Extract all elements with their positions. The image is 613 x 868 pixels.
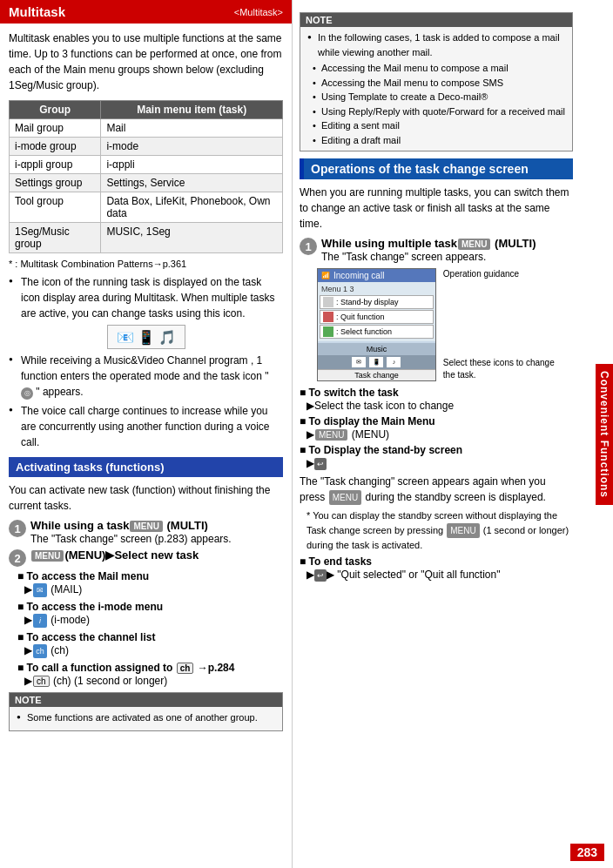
col-group-header: Group	[10, 101, 101, 119]
activating-intro: You can activate new task (function) wit…	[9, 482, 283, 514]
page-wrapper: Multitask <Multitask> Multitask enables …	[0, 0, 613, 868]
right-mini-step-standby-action: ▶↩	[300, 457, 573, 470]
mini-step-imode-title: ■ To access the i-mode menu	[17, 601, 283, 613]
step-number-2: 2	[9, 549, 26, 567]
note-main-bullet: In the following cases, 1 task is added …	[307, 30, 565, 59]
music-bar: Music	[318, 343, 435, 355]
section-title: Multitask	[9, 4, 65, 19]
col-item-header: Main menu item (task)	[101, 101, 283, 119]
bullet-item-3: The voice call charge continues to incre…	[9, 403, 283, 450]
right-mini-step-end-title: ■ To end tasks	[300, 555, 573, 568]
right-mini-step-main-action: ▶MENU (MENU)	[300, 428, 573, 441]
note-sub-items: Accessing the Mail menu to compose a mai…	[307, 61, 565, 147]
icon-3: 🎵	[158, 329, 176, 346]
right-mini-step-main: ■ To display the Main Menu ▶MENU (MENU)	[300, 415, 573, 441]
taskbar-icon-3: ♪	[387, 357, 401, 367]
note-sub-item: Accessing the Mail menu to compose a mai…	[307, 61, 565, 76]
right-content-area: NOTE In the following cases, 1 task is a…	[293, 0, 580, 592]
activating-title: Activating tasks (functions)	[16, 461, 164, 474]
right-step-1-content: While using multiple taskMENU (MULTI) Th…	[321, 237, 573, 263]
table-row: i-mode group	[10, 138, 101, 156]
step-2-title: MENU(MENU)▶Select new task	[30, 548, 283, 562]
right-mini-step-standby: ■ To Display the stand-by screen ▶↩	[300, 444, 573, 470]
icon-1: 📧	[117, 329, 134, 346]
step-1-subtitle: The "Task change" screen (p.283) appears…	[30, 533, 283, 545]
ch-key-badge-2: ch	[33, 676, 50, 687]
mini-step-channel-title: ■ To access the channel list	[17, 631, 283, 643]
step-1-title: While using a taskMENU (MULTI)	[30, 519, 283, 532]
standby-icon: ↩	[314, 458, 327, 470]
imode-icon: i	[33, 614, 47, 628]
table-row: Settings, Service	[101, 174, 283, 192]
operations-section-header: Operations of the task change screen	[300, 158, 573, 179]
right-mini-step-end-action: ▶↩▶ "Quit selected" or "Quit all functio…	[300, 569, 573, 582]
menu-icon-quit	[323, 312, 333, 322]
table-row: 1Seg/Music group	[10, 223, 101, 253]
mini-step-imode: ■ To access the i-mode menu ▶i (i-mode)	[17, 601, 283, 628]
mini-steps: ■ To access the Mail menu ▶✉ (MAIL) ■ To…	[17, 570, 283, 687]
page-number: 283	[570, 844, 604, 861]
asterisk-note: * You can display the standby screen wit…	[300, 508, 573, 552]
phone-bar: 📶 Incoming call	[318, 269, 435, 282]
right-mini-step-main-title: ■ To display the Main Menu	[300, 415, 573, 427]
note-sub-item: Editing a draft mail	[307, 133, 565, 148]
table-row: Mail group	[10, 119, 101, 138]
guidance-labels: Operation guidance Select these icons to…	[443, 268, 561, 381]
table-row: Settings group	[10, 174, 101, 192]
end-icon-1: ↩	[314, 569, 327, 582]
right-step-1: 1 While using multiple taskMENU (MULTI) …	[300, 237, 573, 263]
step-2-content: MENU(MENU)▶Select new task	[30, 548, 283, 562]
note-box-right: NOTE In the following cases, 1 task is a…	[300, 12, 573, 151]
activating-subsection-header: Activating tasks (functions)	[9, 457, 283, 477]
operation-guidance-label: Operation guidance	[443, 268, 561, 280]
table-row: Tool group	[10, 192, 101, 223]
icon-2: 📱	[138, 329, 155, 346]
note-content-left: Some functions are activated as one of a…	[10, 707, 282, 730]
table-row: i-mode	[101, 138, 283, 156]
mini-step-function: ■ To call a function assigned to ch →p.2…	[17, 662, 283, 687]
phone-menu-item-1: : Stand-by display	[320, 295, 434, 309]
task-icon-circle: ◎	[21, 387, 33, 400]
left-content-area: Multitask enables you to use multiple fu…	[0, 24, 292, 744]
phone-menu-line: Menu 1 3	[320, 284, 434, 294]
table-row: Data Box, LifeKit, Phonebook, Own data	[101, 192, 283, 223]
mail-icon: ✉	[33, 583, 47, 597]
phone-menu-item-3: : Select function	[320, 325, 434, 339]
task-icons: 📧 📱 🎵	[107, 325, 185, 349]
step-1: 1 While using a taskMENU (MULTI) The "Ta…	[9, 519, 283, 545]
menu-icon-select	[323, 326, 333, 337]
note-box-left: NOTE Some functions are activated as one…	[9, 692, 283, 731]
menu-key-1: MENU	[130, 521, 162, 532]
left-column: Multitask <Multitask> Multitask enables …	[0, 0, 293, 868]
taskbar-icon-2: 📱	[369, 357, 383, 367]
footnote: * : Multitask Combination Patterns→p.361	[9, 259, 283, 269]
menu-key-2: MENU	[31, 550, 64, 562]
right-menu-key: MENU	[458, 239, 490, 250]
right-mini-step-switch-action: ▶Select the task icon to change	[300, 400, 573, 412]
phone-menu: Menu 1 3 : Stand-by display : Quit funct…	[318, 282, 435, 341]
table-row: Mail	[101, 119, 283, 138]
note-header-left: NOTE	[10, 693, 282, 707]
bullets-section: The icon of the running task is displaye…	[9, 274, 283, 450]
menu-badge-asterisk: MENU	[447, 523, 479, 538]
group-table: Group Main menu item (task) Mail groupMa…	[9, 100, 283, 253]
table-row: MUSIC, 1Seg	[101, 223, 283, 253]
right-mini-step-switch-title: ■ To switch the task	[300, 387, 573, 399]
ch-key-badge: ch	[177, 663, 194, 674]
task-change-label: Task change	[318, 369, 435, 380]
mini-step-mail-action: ▶✉ (MAIL)	[17, 583, 283, 597]
right-step-1-title: While using multiple taskMENU (MULTI)	[321, 237, 573, 250]
mini-step-channel-action: ▶ch (ch)	[17, 644, 283, 658]
icon-area: 📧 📱 🎵	[9, 325, 283, 349]
mini-step-mail-title: ■ To access the Mail menu	[17, 570, 283, 582]
menu-badge-standby: MENU	[329, 490, 361, 505]
menu-icon-standby	[323, 297, 333, 307]
bar-text: Incoming call	[333, 271, 384, 280]
task-changing-text: The "Task changing" screen appears again…	[300, 474, 573, 505]
note-sub-item: Editing a sent mail	[307, 118, 565, 133]
taskbar: ✉ 📱 ♪	[318, 355, 435, 369]
task-image-area: 📶 Incoming call Menu 1 3 : Stand-by disp…	[317, 268, 561, 381]
bullet-item-1: The icon of the running task is displaye…	[9, 274, 283, 321]
note-bullet-left: Some functions are activated as one of a…	[17, 710, 275, 725]
mini-step-imode-action: ▶i (i-mode)	[17, 614, 283, 628]
